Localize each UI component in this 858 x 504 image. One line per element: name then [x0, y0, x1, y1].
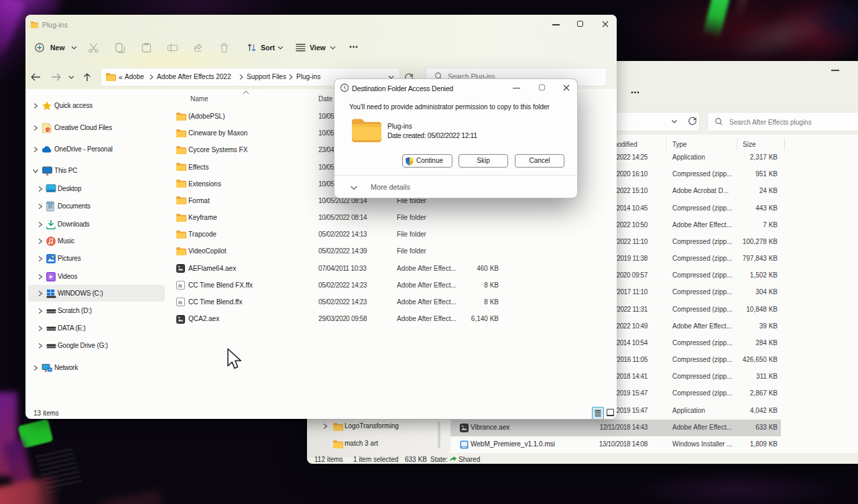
svg-text:fx: fx	[178, 283, 182, 289]
svg-text:fx: fx	[178, 300, 182, 306]
